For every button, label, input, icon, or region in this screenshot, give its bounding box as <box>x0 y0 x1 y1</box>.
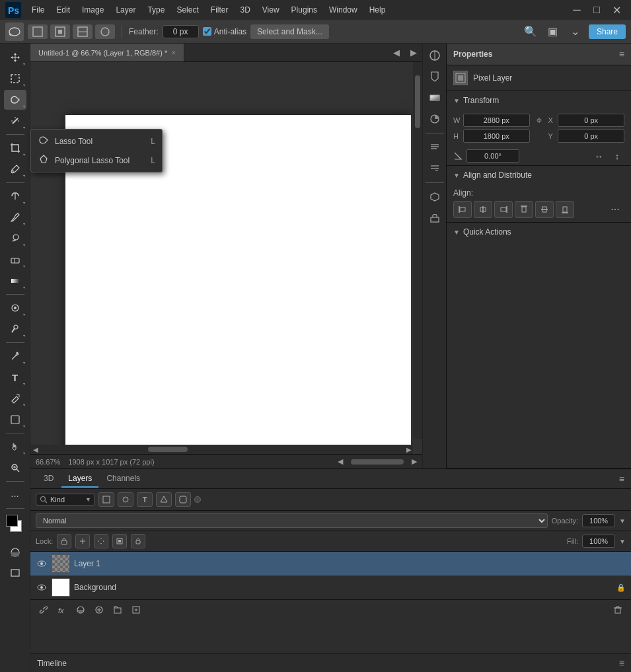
color-adjust-icon[interactable] <box>426 46 444 65</box>
fill-arrow-icon[interactable]: ▼ <box>619 538 626 545</box>
selection-tool[interactable]: ▾ <box>4 69 26 89</box>
tool-style-btn-3[interactable] <box>73 24 93 39</box>
eyedropper-tool[interactable]: ▾ <box>4 159 26 179</box>
tab-channels[interactable]: Channels <box>100 470 147 488</box>
filter-toggle-dot[interactable] <box>194 496 201 503</box>
magic-wand-tool[interactable]: ▾ <box>4 111 26 131</box>
opacity-input[interactable] <box>582 514 615 527</box>
screen-mode-tool[interactable] <box>4 564 26 583</box>
tool-style-btn-4[interactable] <box>95 24 115 39</box>
w-input[interactable] <box>463 114 530 127</box>
pixel-filter-btn[interactable] <box>98 492 114 507</box>
lock-art-btn[interactable] <box>75 534 90 548</box>
x-input[interactable] <box>558 114 624 127</box>
quick-actions-header[interactable]: ▼ Quick Actions <box>447 223 631 241</box>
tab-3d[interactable]: 3D <box>37 470 60 488</box>
fx-btn[interactable]: fx <box>54 603 70 617</box>
menu-edit[interactable]: Edit <box>51 3 75 17</box>
y-input[interactable] <box>558 130 624 143</box>
align-center-h-button[interactable] <box>474 201 492 218</box>
lock-all-btn[interactable] <box>131 534 145 548</box>
properties-menu-icon[interactable]: ≡ <box>619 49 624 59</box>
correction-icon[interactable] <box>426 209 444 227</box>
vertical-scrollbar[interactable] <box>413 62 422 439</box>
fx-icon[interactable] <box>426 188 444 206</box>
clone-stamp-tool[interactable]: ▾ <box>4 229 26 248</box>
layer-visibility-eye[interactable] <box>36 558 48 570</box>
tab-close-button[interactable]: × <box>171 48 176 57</box>
horizontal-scrollbar[interactable]: ◀ ▶ <box>30 445 413 454</box>
mask-icon[interactable] <box>426 110 444 128</box>
dodge-tool[interactable]: ▾ <box>4 319 26 339</box>
type-tool[interactable]: T ▾ <box>4 367 26 387</box>
document-tab[interactable]: Untitled-1 @ 66.7% (Layer 1, RGB/8#) * × <box>30 44 184 61</box>
tool-style-btn-1[interactable] <box>28 24 48 39</box>
more-align-button[interactable]: ··· <box>606 201 624 218</box>
anti-alias-checkbox[interactable] <box>203 27 211 36</box>
layers-panel-menu-icon[interactable]: ≡ <box>619 474 624 484</box>
scroll-thumb-h[interactable] <box>148 447 188 452</box>
text-align-icon[interactable] <box>426 138 444 157</box>
smart-filter-btn[interactable] <box>175 492 191 507</box>
layer-visibility-eye[interactable] <box>36 581 48 593</box>
fill-input[interactable] <box>582 535 615 548</box>
lasso-tool[interactable]: ▾ <box>4 90 26 110</box>
extra-tools[interactable]: ··· <box>4 485 26 505</box>
minimize-button[interactable]: ─ <box>568 1 586 19</box>
tool-style-btn-2[interactable] <box>50 24 70 39</box>
document-scroll-thumb[interactable] <box>351 459 404 465</box>
align-header[interactable]: ▼ Align and Distribute <box>447 166 631 184</box>
transform-header[interactable]: ▼ Transform <box>447 91 631 110</box>
align-right-button[interactable] <box>494 201 513 218</box>
panel-toggle-icon[interactable]: ▣ <box>544 22 562 41</box>
move-tool[interactable]: ▾ <box>4 48 26 67</box>
group-btn[interactable] <box>110 603 126 617</box>
scroll-right-icon[interactable]: ▶ <box>406 446 410 453</box>
link-layers-btn[interactable] <box>36 603 52 617</box>
menu-select[interactable]: Select <box>171 3 204 17</box>
maximize-button[interactable]: □ <box>587 1 606 19</box>
canvas-viewport[interactable] <box>30 62 422 454</box>
brush-tool[interactable]: ▾ <box>4 207 26 227</box>
eraser-tool[interactable]: ▾ <box>4 250 26 270</box>
menu-type[interactable]: Type <box>142 3 170 17</box>
adjustment-btn[interactable] <box>91 603 107 617</box>
scroll-thumb-v[interactable] <box>415 75 420 128</box>
align-left-button[interactable] <box>453 201 472 218</box>
feather-input[interactable] <box>163 25 199 38</box>
align-top-button[interactable] <box>515 201 533 218</box>
align-bottom-button[interactable] <box>556 201 574 218</box>
adjustment-filter-btn[interactable] <box>118 492 133 507</box>
polygonal-lasso-tool-item[interactable]: Polygonal Lasso Tool L <box>31 151 162 170</box>
align-middle-button[interactable] <box>535 201 554 218</box>
zoom-tool[interactable] <box>4 458 26 478</box>
kind-filter[interactable]: Kind ▼ <box>36 494 95 505</box>
path-selection-tool[interactable]: ▾ <box>4 389 26 408</box>
select-and-mask-button[interactable]: Select and Mask... <box>250 24 329 39</box>
new-layer-btn[interactable] <box>128 603 144 617</box>
menu-file[interactable]: File <box>26 3 50 17</box>
hand-tool[interactable]: ▾ <box>4 437 26 457</box>
lock-artboard-btn[interactable] <box>112 534 127 548</box>
healing-tool[interactable]: ▾ <box>4 186 26 206</box>
menu-plugins[interactable]: Plugins <box>286 3 322 17</box>
menu-window[interactable]: Window <box>324 3 363 17</box>
angle-input[interactable] <box>466 149 519 163</box>
menu-layer[interactable]: Layer <box>110 3 141 17</box>
opacity-arrow-icon[interactable]: ▼ <box>619 517 626 525</box>
paragraph-icon[interactable] <box>426 159 444 178</box>
menu-help[interactable]: Help <box>364 3 391 17</box>
lock-move-btn[interactable] <box>94 534 108 548</box>
menu-view[interactable]: View <box>257 3 285 17</box>
add-mask-btn[interactable] <box>73 603 89 617</box>
gradient-icon[interactable] <box>426 89 444 107</box>
paint-bucket-icon[interactable] <box>426 67 444 86</box>
share-button[interactable]: Share <box>589 24 626 39</box>
foreground-color[interactable] <box>6 515 18 527</box>
quick-mask-tool[interactable] <box>4 542 26 562</box>
gradient-tool[interactable]: ▾ <box>4 271 26 291</box>
type-filter-btn[interactable]: T <box>137 492 153 507</box>
lasso-tool-item[interactable]: Lasso Tool L <box>31 131 162 151</box>
h-input[interactable] <box>463 130 530 143</box>
menu-3d[interactable]: 3D <box>235 3 255 17</box>
